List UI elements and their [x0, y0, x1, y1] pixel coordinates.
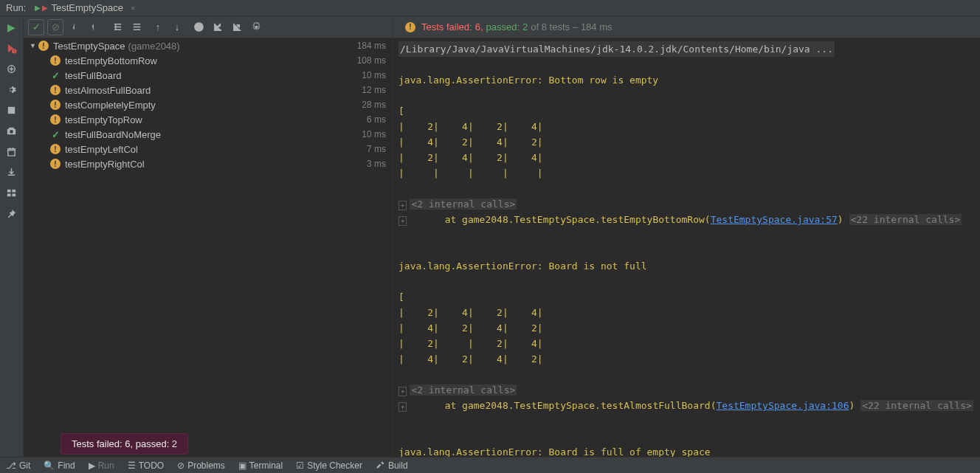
expand-icon[interactable]: + [398, 402, 407, 412]
test-time: 7 ms [367, 144, 386, 154]
settings-icon[interactable] [5, 83, 18, 96]
svg-rect-6 [12, 189, 15, 192]
todo-tool-window[interactable]: ☰TODO [128, 460, 164, 471]
test-time: 10 ms [362, 129, 386, 139]
internal-calls[interactable]: <22 internal calls> [849, 214, 962, 225]
run-tool-window[interactable]: ▶Run [89, 460, 114, 471]
test-row[interactable]: !testAlmostFullBoard12 ms [24, 83, 392, 97]
left-gutter: ▶ ! [0, 16, 24, 457]
test-time: 6 ms [367, 114, 386, 125]
svg-rect-8 [12, 193, 15, 196]
sort-alpha-icon[interactable] [69, 19, 85, 35]
test-name: testFullBoardNoMerge [65, 129, 362, 140]
test-name: testFullBoard [65, 70, 362, 81]
test-time: 108 ms [357, 55, 386, 66]
check-icon: ☑ [296, 460, 304, 471]
history-icon[interactable] [5, 145, 18, 158]
internal-calls[interactable]: <2 internal calls> [410, 384, 517, 396]
config-name: TestEmptySpace [51, 2, 123, 13]
test-name: testEmptyTopRow [65, 114, 367, 125]
console-output[interactable]: /Library/Java/JavaVirtualMachines/jdk-14… [393, 38, 980, 457]
test-time: 28 ms [362, 100, 386, 110]
test-tree[interactable]: ▼ ! TestEmptySpace(game2048) 184 ms !tes… [24, 38, 393, 457]
warning-icon: ⊘ [177, 460, 184, 471]
build-tool-window[interactable]: Build [376, 460, 408, 472]
test-time: 3 ms [367, 159, 386, 169]
rerun-failed-icon[interactable]: ! [5, 41, 18, 55]
summary-passed-count: 2 [522, 21, 528, 32]
test-row[interactable]: !testEmptyTopRow6 ms [24, 112, 392, 127]
camera-icon[interactable] [5, 124, 18, 137]
test-toolbar: ✓ ⊘ ↑ ↓ [24, 16, 393, 38]
git-tool-window[interactable]: ⎇Git [6, 460, 30, 471]
stop-icon: ▶ [42, 4, 48, 12]
test-row[interactable]: ✓testFullBoard10 ms [24, 68, 392, 83]
problems-tool-window[interactable]: ⊘Problems [177, 460, 225, 471]
export-tests-icon[interactable] [229, 19, 245, 35]
pin-icon[interactable] [5, 207, 18, 220]
source-link-1[interactable]: TestEmptySpace.java:57 [711, 214, 838, 225]
bottom-toolbar: ⎇Git 🔍Find ▶Run ☰TODO ⊘Problems ▣Termina… [0, 457, 980, 473]
test-history-icon[interactable] [190, 19, 207, 35]
expand-icon[interactable]: + [398, 387, 407, 396]
chevron-down-icon[interactable]: ▼ [30, 42, 37, 49]
expand-all-icon[interactable] [109, 19, 125, 35]
test-row[interactable]: !testEmptyRightCol3 ms [24, 156, 392, 171]
fail-icon: ! [50, 100, 61, 110]
fail-icon: ! [38, 41, 49, 51]
svg-rect-5 [7, 189, 11, 192]
summary-total: of 8 tests [531, 21, 570, 32]
assertion-error-3: java.lang.AssertionError: Board is full … [398, 446, 711, 457]
fail-icon: ! [50, 114, 61, 125]
close-icon[interactable]: × [131, 4, 135, 13]
test-row[interactable]: !testEmptyLeftCol7 ms [24, 142, 392, 156]
run-config-tab[interactable]: ▶ ▶ TestEmptySpace × [35, 2, 135, 13]
cmd-line: /Library/Java/JavaVirtualMachines/jdk-14… [398, 41, 835, 57]
run-label: Run: [6, 2, 26, 13]
source-link-2[interactable]: TestEmptySpace.java:106 [716, 400, 849, 411]
collapse-all-icon[interactable] [128, 19, 145, 35]
play-icon: ▶ [89, 460, 95, 471]
test-row[interactable]: ✓testFullBoardNoMerge10 ms [24, 127, 392, 142]
test-name: testEmptyBottomRow [65, 55, 357, 66]
fail-icon: ! [50, 55, 61, 66]
expand-icon[interactable]: + [398, 216, 407, 226]
pass-icon: ✓ [50, 70, 61, 80]
test-time: 10 ms [362, 70, 386, 80]
test-root-row[interactable]: ▼ ! TestEmptySpace(game2048) 184 ms [24, 38, 392, 53]
test-name: testCompletelyEmpty [65, 100, 362, 111]
terminal-tool-window[interactable]: ▣Terminal [238, 460, 283, 471]
test-name: testAlmostFullBoard [65, 85, 362, 96]
rerun-icon[interactable]: ▶ [5, 21, 18, 34]
expand-icon[interactable]: + [398, 201, 407, 210]
summary-failed-count: 6, [475, 21, 483, 32]
import-tests-icon[interactable] [210, 19, 226, 35]
test-row[interactable]: !testCompletelyEmpty28 ms [24, 97, 392, 112]
find-tool-window[interactable]: 🔍Find [44, 460, 75, 471]
test-row[interactable]: !testEmptyBottomRow108 ms [24, 53, 392, 68]
summary-passed-label: passed: [486, 21, 520, 32]
status-tooltip: Tests failed: 6, passed: 2 [61, 433, 188, 455]
stop-button-icon[interactable] [5, 103, 18, 117]
fail-icon: ! [50, 85, 61, 95]
import-icon[interactable] [5, 165, 18, 179]
sort-duration-icon[interactable] [88, 19, 104, 35]
test-settings-icon[interactable] [248, 19, 264, 35]
layout-icon[interactable] [5, 186, 18, 199]
style-checker-tool-window[interactable]: ☑Style Checker [296, 460, 362, 471]
test-class-name: TestEmptySpace(game2048) [53, 41, 357, 52]
run-header: Run: ▶ ▶ TestEmptySpace × [0, 0, 980, 16]
assertion-error-1: java.lang.AssertionError: Bottom row is … [398, 75, 658, 86]
next-failed-icon[interactable]: ↓ [169, 19, 185, 35]
pass-icon: ✓ [50, 129, 61, 139]
warning-icon: ! [405, 22, 415, 32]
show-passed-icon[interactable]: ✓ [28, 19, 44, 35]
prev-failed-icon[interactable]: ↑ [150, 19, 166, 35]
show-ignored-icon[interactable]: ⊘ [47, 19, 63, 35]
internal-calls[interactable]: <22 internal calls> [860, 400, 973, 411]
internal-calls[interactable]: <2 internal calls> [410, 198, 517, 210]
svg-rect-7 [7, 193, 11, 196]
play-icon: ▶ [35, 4, 41, 12]
toggle-autotest-icon[interactable] [5, 62, 18, 75]
hammer-icon [376, 460, 385, 472]
